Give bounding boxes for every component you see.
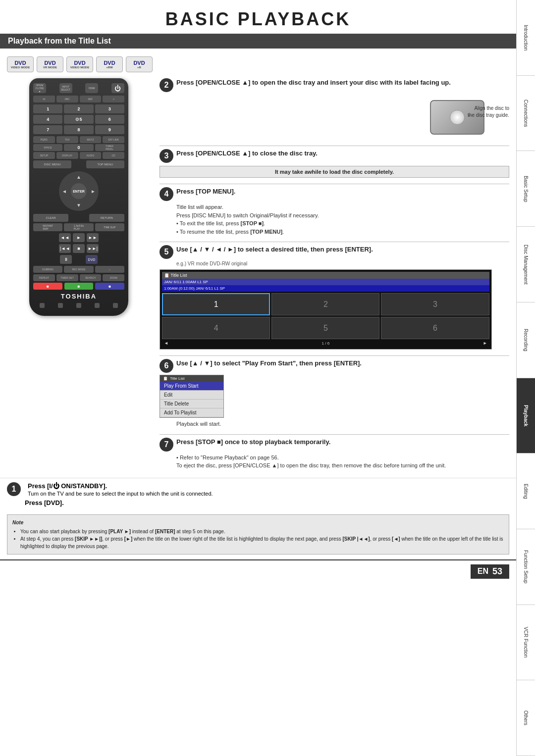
dubbing-btn[interactable]: DUBBING [33,266,62,273]
nav-up[interactable]: ▲ [76,174,81,180]
top-menu-btn[interactable]: TOP MENU [86,160,124,168]
timer-set-btn[interactable]: TIMER SET [56,274,78,281]
step-7-number: 7 [160,438,173,452]
enter-button[interactable]: ENTER [71,183,87,199]
rec-mode-btn[interactable]: REC MODE [64,266,93,273]
note-title: Note [12,519,504,526]
search-btn[interactable]: SEARCH [80,274,102,281]
pause-btn[interactable]: ⏸ [60,255,72,264]
dvd-btn[interactable]: DVD [86,255,98,264]
green-btn[interactable]: ■ [64,283,94,290]
num-7[interactable]: 7 [33,125,62,134]
sidebar-editing[interactable]: Editing [517,454,535,529]
main-content: BASIC PLAYBACK Playback from the Title L… [0,0,516,756]
play-main-btn[interactable]: ► [73,233,85,242]
title-item-3[interactable]: 3 [381,293,489,315]
disc-menu-btn[interactable]: DISC MENU [33,160,71,168]
btn-cd[interactable]: CD [103,152,124,159]
btn-satlink[interactable]: SAT LINK [103,136,124,143]
remote-brand: TOSHIBA [33,293,124,300]
sidebar-recording[interactable]: Recording [517,302,535,378]
btn-pqrs[interactable]: PQRS [33,136,55,143]
red-btn[interactable]: ■ [33,283,62,290]
nav-left[interactable]: ◄ [62,189,67,194]
step-4-text: Press [TOP MENU]. [176,187,235,196]
title-item-5[interactable]: 5 [271,317,379,339]
nav-circle[interactable]: ▲ ▼ ◄ ► ENTER [59,171,99,211]
num-0[interactable]: 0 [64,144,93,151]
step-7-header: 7 Press [STOP ■] once to stop playback t… [160,438,509,452]
sidebar-basic-setup[interactable]: Basic Setup [517,151,535,227]
title-delete-item[interactable]: Title Delete [160,400,223,408]
time-slip-btn[interactable]: TIME SLIP [95,223,124,231]
sidebar-others[interactable]: Others [517,680,535,756]
num-2[interactable]: 2 [64,104,93,113]
num-5[interactable]: ⊙5 [64,115,93,124]
stop-btn[interactable]: ■ [73,244,85,253]
clear-btn[interactable]: CLEAR [33,214,68,222]
repeat-btn[interactable]: REPEAT [33,274,55,281]
btn-extra-1[interactable]: ⑩/ [33,96,55,102]
disc-center [450,110,465,125]
return-btn[interactable]: RETURN [89,214,124,222]
open-close-button[interactable]: OPEN/CLOSE▲ [33,83,46,93]
title-item-2[interactable]: 2 [271,293,379,315]
input-select-button[interactable]: INPUTSELECT [59,83,72,93]
step-5-section: 5 Use [▲ / ▼ / ◄ / ►] to select a desire… [160,245,509,350]
num-1[interactable]: 1 [33,104,62,113]
btn-setup[interactable]: SETUP [33,152,55,159]
btn-tuv[interactable]: TUV [56,136,78,143]
btn-wxyz[interactable]: WXYZ [80,136,102,143]
nav-down[interactable]: ▼ [76,202,81,208]
num-6[interactable]: 6 [95,115,124,124]
btn-display[interactable]: DISPLAY [56,152,78,159]
sidebar-vcr-function[interactable]: VCR Function [517,605,535,681]
skip-back-btn[interactable]: |◄◄ [59,244,71,253]
num-4[interactable]: 4 [33,115,62,124]
step-2-section: 2 Press [OPEN/CLOSE ▲] to open the disc … [160,78,509,140]
sidebar-function-setup[interactable]: Function Setup [517,529,535,605]
dot-2 [58,303,63,308]
skip-fwd-btn[interactable]: ►►| [87,244,99,253]
btn-space[interactable]: SPACE [33,144,62,151]
num-9[interactable]: 9 [95,125,124,134]
sidebar-connections[interactable]: Connections [517,76,535,151]
btn-abc[interactable]: ABC [56,96,78,102]
nav-right[interactable]: ► [91,189,96,194]
num-8[interactable]: 8 [64,125,93,134]
btn-timer-prog[interactable]: TIMERPROG. [95,144,124,151]
play-btn[interactable]: 1.3x/0.8xPLAY [64,223,93,231]
blue-btn[interactable]: ■ [95,283,124,290]
power-button[interactable]: ⏻ [111,83,124,93]
sidebar-introduction[interactable]: Introduction [517,0,535,76]
add-to-playlist-item[interactable]: Add To Playlist [160,408,223,417]
page-number: 53 [492,566,502,577]
title-item-4[interactable]: 4 [162,317,270,339]
sidebar-disc-management[interactable]: Disc Management [517,227,535,302]
edit-item[interactable]: Edit [160,391,223,400]
dub-recmode-row: DUBBING REC MODE ● [33,266,124,273]
instant-skip-btn[interactable]: INSTANTSKIP [33,223,62,231]
fwd-btn[interactable]: ►► [87,233,99,242]
btn-def[interactable]: DEF [80,96,102,102]
divider-5-6 [160,355,509,356]
step-5-number: 5 [160,245,173,259]
play-from-start-item[interactable]: Play From Start [160,382,223,391]
title-list-footer: ◄ 1 / 6 ► [162,339,489,347]
skip-row: INSTANTSKIP 1.3x/0.8xPLAY TIME SLIP [33,223,124,231]
zoom-btn[interactable]: ZOOM [103,274,124,281]
rev-btn[interactable]: ◄◄ [59,233,71,242]
num-3[interactable]: 3 [95,104,124,113]
title-item-6[interactable]: 6 [381,317,489,339]
two-col-layout: OPEN/CLOSE▲ INPUTSELECT HDMI ⏻ [0,78,516,476]
rec-btn[interactable]: ● [95,266,124,273]
step-5-eg: e.g.) VR mode DVD-RW original [176,261,509,266]
sidebar-playback[interactable]: Playback [517,378,535,454]
btn-audio[interactable]: AUDIO [80,152,102,159]
step-7-sub: • Refer to "Resume Playback" on page 56.… [176,454,509,470]
hdmi-button[interactable]: HDMI [85,83,98,93]
step-2-header: 2 Press [OPEN/CLOSE ▲] to open the disc … [160,78,509,92]
title-item-1[interactable]: 1 [162,293,270,315]
btn-slash[interactable]: ↗ [103,96,124,102]
divider-6-7 [160,434,509,435]
